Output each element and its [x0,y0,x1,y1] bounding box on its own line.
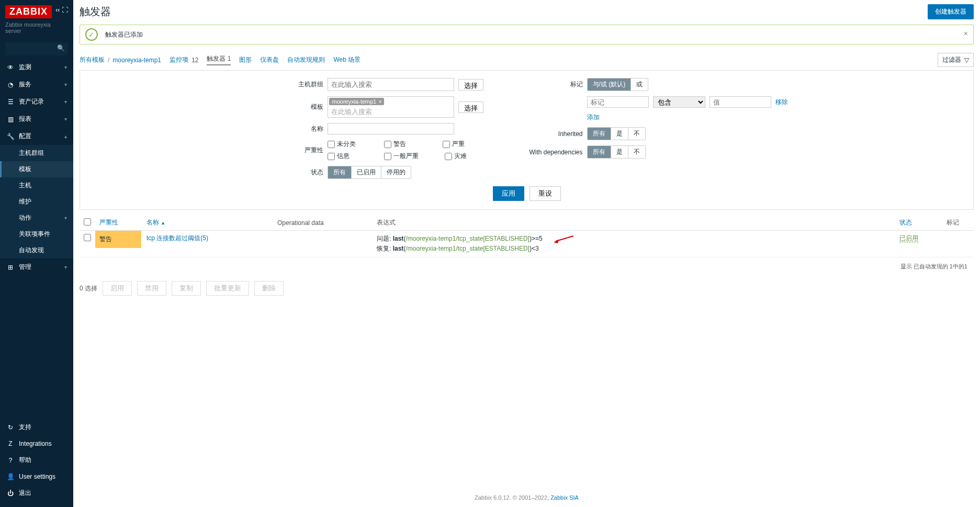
wrench-icon: 🔧 [6,133,15,140]
close-icon[interactable]: × [964,29,968,38]
bc-dashboards[interactable]: 仪表盘 [260,55,279,64]
footer-company-link[interactable]: Zabbix SIA [550,494,579,501]
bulk-delete-button[interactable]: 删除 [254,281,284,296]
deps-yes[interactable]: 是 [611,146,628,158]
col-name[interactable]: 名称 ▲ [142,215,273,231]
nav-help[interactable]: ?帮助 [0,452,73,469]
create-trigger-button[interactable]: 创建触发器 [928,4,974,19]
clock-icon: ◔ [6,81,15,88]
remove-chip-icon[interactable]: × [378,98,381,105]
bulk-enable-button[interactable]: 启用 [103,281,132,296]
server-name: Zabbix mooreyxia server [5,21,68,34]
label-tags: 标记 [525,80,583,89]
nav-services[interactable]: ◔服务 ▾ [0,76,73,93]
label-hostgroups: 主机群组 [266,80,323,89]
tags-andor-default[interactable]: 与/或 (默认) [588,78,632,91]
deps-no[interactable]: 不 [628,146,645,158]
sev-high[interactable]: 严重 [443,140,465,149]
col-status[interactable]: 状态 [895,215,942,231]
status-link[interactable]: 已启用 [899,234,918,242]
user-icon: 👤 [6,473,15,480]
inherited-yes[interactable]: 是 [611,128,628,140]
sub-actions[interactable]: 动作▾ [0,210,73,226]
sub-templates[interactable]: 模板 [0,161,73,177]
label-inherited: Inherited [525,130,583,138]
sev-info[interactable]: 信息 [328,152,350,161]
label-status: 状态 [266,168,323,177]
select-all-checkbox[interactable] [84,218,91,226]
filter-panel: 主机群组 选择 模板 mooreyxia-temp1× 选择 [80,70,974,210]
sub-maintenance[interactable]: 维护 [0,194,73,210]
bc-web[interactable]: Web 场景 [333,55,361,64]
inherited-no[interactable]: 不 [628,128,645,140]
logo[interactable]: ZABBIX [5,5,52,18]
separator: / [108,57,109,64]
search-icon[interactable]: 🔍 [57,44,65,52]
severity-badge: 警告 [95,231,141,248]
name-input[interactable] [328,123,454,134]
recovery-expression: 恢复: last(/mooreyxia-temp1/tcp_state[ESTA… [377,244,891,254]
selection-count: 0 选择 [80,284,97,293]
bc-all-templates[interactable]: 所有模板 [80,55,105,64]
expr-link[interactable]: /mooreyxia-temp1/tcp_state[ESTABLISHED] [405,235,530,242]
sub-discovery[interactable]: 自动发现 [0,242,73,258]
row-checkbox[interactable] [84,234,91,241]
nav-reports[interactable]: ▥报表 ▾ [0,110,73,128]
trigger-name-link[interactable]: tcp 连接数超过阈值(5) [147,234,208,242]
reset-button[interactable]: 重设 [530,186,561,201]
sev-warning[interactable]: 警告 [384,140,406,149]
sev-unclassified[interactable]: 未分类 [328,140,356,149]
inherited-all[interactable]: 所有 [588,128,611,140]
nav-user-settings[interactable]: 👤User settings [0,469,73,485]
nav-integrations[interactable]: ZIntegrations [0,436,73,452]
tag-operator-select[interactable]: 包含 [653,96,705,108]
sev-avg[interactable]: 一般严重 [384,152,419,161]
status-enabled[interactable]: 已启用 [352,166,381,178]
status-disabled[interactable]: 停用的 [381,166,411,178]
nav-inventory[interactable]: ☰资产记录 ▾ [0,93,73,110]
sev-disaster[interactable]: 灾难 [445,152,467,161]
col-severity[interactable]: 严重性 [95,215,142,231]
tags-or[interactable]: 或 [631,78,648,91]
bc-items[interactable]: 监控项 [170,55,188,64]
remove-tag-link[interactable]: 移除 [775,98,788,107]
sidebar-collapse-icons[interactable]: ‹‹ ⛶ [55,5,67,14]
apply-button[interactable]: 应用 [493,186,524,201]
bulk-massupdate-button[interactable]: 批量更新 [206,281,249,296]
select-template-button[interactable]: 选择 [458,102,483,113]
template-input[interactable] [328,106,454,118]
bc-graphs[interactable]: 图形 [239,55,252,64]
bulk-copy-button[interactable]: 复制 [172,281,201,296]
label-dependencies: With dependencies [525,149,583,156]
bulk-disable-button[interactable]: 禁用 [137,281,166,296]
nav-logout[interactable]: ⏻退出 [0,485,73,502]
nav-admin[interactable]: ⊞管理 ▾ [0,258,73,276]
tag-name-input[interactable] [587,96,649,108]
add-tag-link[interactable]: 添加 [587,113,600,122]
sub-hostgroups[interactable]: 主机群组 [0,145,73,161]
hostgroups-input[interactable] [329,80,453,89]
sub-correlation[interactable]: 关联项事件 [0,226,73,242]
bc-template[interactable]: mooreyxia-temp1 [112,57,161,64]
chart-icon: ▥ [6,116,15,123]
template-chip: mooreyxia-temp1× [329,98,384,105]
list-icon: ☰ [6,98,15,106]
deps-all[interactable]: 所有 [588,146,611,158]
help-icon: ? [6,457,15,464]
nav-monitor[interactable]: 👁监测 ▾ [0,59,73,76]
bc-discovery[interactable]: 自动发现规则 [287,55,325,64]
arrow-annotation-icon [554,235,575,243]
svg-marker-1 [554,240,559,243]
nav-support[interactable]: ↻支持 [0,419,73,436]
nav-config[interactable]: 🔧配置 ▴ [0,128,73,145]
gear-icon: ⊞ [6,264,15,271]
filter-toggle[interactable]: 过滤器 ▽ [938,53,974,67]
select-hostgroups-button[interactable]: 选择 [458,79,483,91]
status-all[interactable]: 所有 [328,166,352,178]
sub-hosts[interactable]: 主机 [0,177,73,194]
success-message: ✓ 触发器已添加 × [80,25,974,44]
tag-value-input[interactable] [709,96,771,108]
bc-triggers[interactable]: 触发器 1 [207,54,231,65]
col-opdata: Operational data [273,215,373,231]
expr-link[interactable]: /mooreyxia-temp1/tcp_state[ESTABLISHED] [405,245,530,252]
